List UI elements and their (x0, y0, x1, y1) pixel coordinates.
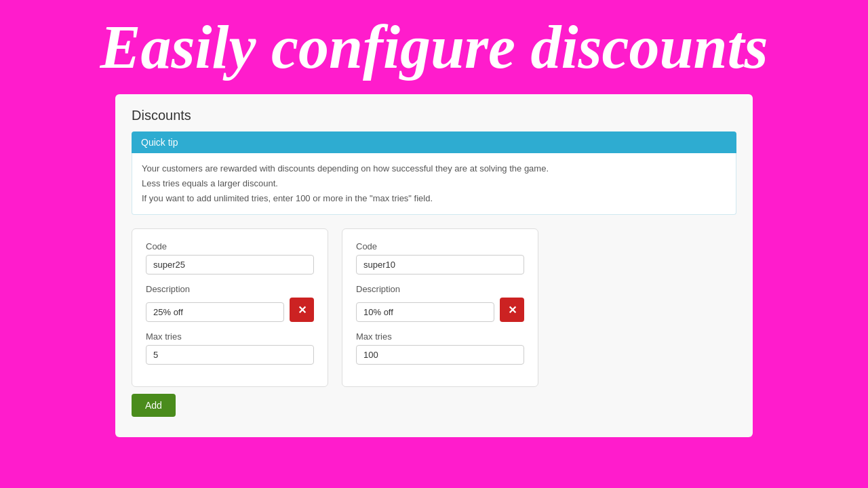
max-tries-label-1: Max tries (146, 331, 314, 342)
quick-tip-line2: Less tries equals a larger discount. (142, 176, 726, 191)
code-field-group-2: Code (356, 241, 524, 274)
code-input-1[interactable] (146, 255, 314, 274)
max-tries-input-1[interactable] (146, 345, 314, 365)
discount-card-2: Code Description ✕ Max tries (342, 228, 538, 387)
quick-tip-header: Quick tip (132, 131, 736, 153)
description-row-1: ✕ (146, 298, 314, 322)
delete-button-1[interactable]: ✕ (290, 298, 314, 322)
description-input-1[interactable] (146, 302, 284, 322)
max-tries-field-group-1: Max tries (146, 331, 314, 365)
max-tries-field-group-2: Max tries (356, 331, 524, 365)
max-tries-label-2: Max tries (356, 331, 524, 342)
page-hero-title: Easily configure discounts (73, 0, 795, 94)
add-button[interactable]: Add (132, 394, 176, 417)
description-field-group-1: Description ✕ (146, 284, 314, 322)
quick-tip-body: Your customers are rewarded with discoun… (132, 153, 736, 215)
code-input-2[interactable] (356, 255, 524, 274)
discount-cards-container: Code Description ✕ Max tries Code (132, 228, 736, 387)
panel-title: Discounts (132, 108, 736, 123)
quick-tip-section: Quick tip Your customers are rewarded wi… (132, 131, 736, 215)
discounts-panel: Discounts Quick tip Your customers are r… (115, 94, 753, 437)
delete-button-2[interactable]: ✕ (500, 298, 524, 322)
discount-card-1: Code Description ✕ Max tries (132, 228, 328, 387)
quick-tip-line3: If you want to add unlimited tries, ente… (142, 191, 726, 206)
description-field-group-2: Description ✕ (356, 284, 524, 322)
description-row-2: ✕ (356, 298, 524, 322)
description-label-2: Description (356, 284, 524, 294)
max-tries-input-2[interactable] (356, 345, 524, 365)
code-label-1: Code (146, 241, 314, 251)
description-label-1: Description (146, 284, 314, 294)
description-input-2[interactable] (356, 302, 494, 322)
code-label-2: Code (356, 241, 524, 251)
quick-tip-line1: Your customers are rewarded with discoun… (142, 161, 726, 176)
code-field-group-1: Code (146, 241, 314, 274)
